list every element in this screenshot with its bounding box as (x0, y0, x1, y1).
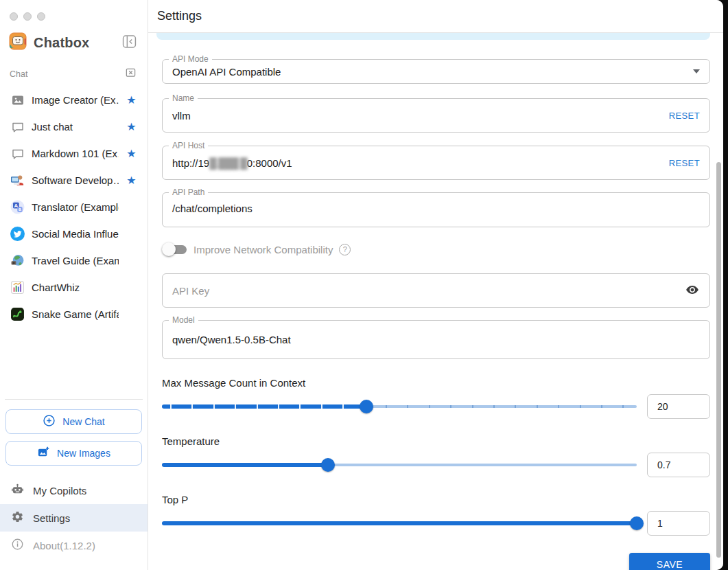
zoom-button[interactable] (37, 12, 45, 21)
menu-item-label: Settings (33, 512, 70, 524)
api-host-reset-button[interactable]: RESET (669, 158, 700, 168)
svg-text:a: a (19, 207, 21, 212)
new-chat-label: New Chat (62, 416, 104, 427)
chat-item-label: ChartWhiz (32, 282, 119, 293)
chat-item-snake-game[interactable]: Snake Game (Artifact E… (0, 301, 148, 328)
api-mode-label: API Mode (169, 54, 212, 64)
chat-item-image-creator[interactable]: Image Creator (Ex… ★ (0, 87, 148, 113)
slider-thumb[interactable] (630, 516, 644, 530)
robot-icon (11, 483, 24, 498)
chat-item-social-media-influencer[interactable]: Social Media Influencer … (0, 220, 148, 247)
chat-item-software-developer[interactable]: Software Develop… ★ (0, 167, 148, 194)
api-path-label: API Path (169, 187, 208, 197)
eye-icon (685, 282, 700, 299)
name-value: vllm (172, 110, 191, 122)
snake-icon (10, 307, 25, 321)
top-p-label: Top P (162, 494, 710, 505)
chat-item-label: Social Media Influencer … (32, 228, 119, 240)
plus-circle-icon (43, 414, 56, 429)
chevron-down-icon (693, 69, 700, 73)
app-brand: Chatbox (0, 21, 148, 53)
temperature-param: Temperature 0.7 (162, 435, 710, 477)
name-field[interactable]: Name vllm RESET (162, 98, 710, 133)
new-images-button[interactable]: New Images (5, 441, 142, 466)
window-controls (0, 0, 148, 21)
minimize-button[interactable] (23, 12, 32, 21)
chat-item-markdown-101[interactable]: Markdown 101 (Ex… ★ (0, 140, 148, 167)
api-path-field[interactable]: API Path /chat/completions (162, 192, 710, 227)
chat-item-just-chat[interactable]: Just chat ★ (0, 113, 148, 140)
api-host-label: API Host (169, 141, 208, 150)
chart-icon (10, 280, 25, 295)
new-chat-button[interactable]: New Chat (5, 409, 142, 434)
clear-chats-icon[interactable] (125, 67, 137, 81)
top-p-param: Top P 1 (162, 494, 710, 536)
chat-item-label: Markdown 101 (Ex… (32, 148, 119, 159)
network-compatibility-row: Improve Network Compatibility ? (162, 242, 710, 256)
image-plus-icon (37, 446, 50, 461)
chat-item-chartwhiz[interactable]: ChartWhiz (0, 274, 148, 301)
app-window: Chatbox Chat Image Creator (Ex… ★ Just c… (0, 0, 723, 570)
chat-item-label: Just chat (32, 121, 119, 133)
chat-section-header: Chat (0, 53, 148, 84)
chat-item-translator[interactable]: Aa Translator (Example) (0, 194, 148, 220)
star-icon: ★ (126, 175, 137, 186)
chat-item-label: Software Develop… (32, 174, 119, 186)
chat-bubble-icon (10, 146, 25, 161)
developer-icon (10, 173, 25, 187)
name-reset-button[interactable]: RESET (669, 111, 700, 121)
image-icon (10, 93, 25, 107)
sidebar-item-settings[interactable]: Settings (0, 504, 148, 532)
sidebar-item-my-copilots[interactable]: My Copilots (0, 477, 148, 504)
chat-item-travel-guide[interactable]: Travel Guide (Example) (0, 247, 148, 274)
slider-thumb[interactable] (360, 400, 373, 413)
globe-icon (10, 253, 25, 268)
show-password-button[interactable] (685, 282, 700, 299)
top-p-slider[interactable] (162, 511, 637, 536)
main-panel: Settings API Mode OpenAI API Compatible … (148, 0, 723, 570)
model-field[interactable]: Model qwen/Qwen1.5-0.5B-Chat (162, 320, 710, 359)
page-title: Settings (157, 9, 202, 23)
main-header: Settings (148, 0, 723, 33)
slider-thumb[interactable] (321, 458, 335, 472)
max-message-count-param: Max Message Count in Context 20 (162, 377, 710, 419)
menu-item-label: My Copilots (33, 485, 86, 497)
help-icon[interactable]: ? (339, 244, 351, 255)
temperature-label: Temperature (162, 435, 710, 447)
settings-form: API Mode OpenAI API Compatible Name vllm… (148, 40, 723, 570)
collapse-sidebar-icon[interactable] (122, 34, 137, 52)
model-label: Model (169, 315, 198, 325)
chat-section-label: Chat (10, 69, 27, 79)
chat-item-label: Translator (Example) (32, 201, 119, 213)
sidebar-bottom: New Chat New Images My Copilots Settings (0, 399, 148, 570)
api-key-field[interactable]: API Key (162, 273, 710, 308)
twitter-icon (10, 227, 25, 241)
close-button[interactable] (10, 12, 18, 21)
max-message-count-slider[interactable] (162, 394, 637, 419)
max-message-count-value-input[interactable]: 20 (647, 394, 710, 419)
name-label: Name (169, 93, 198, 103)
gear-icon (11, 510, 24, 525)
api-path-value: /chat/completions (172, 203, 253, 214)
info-icon (11, 538, 24, 553)
translator-icon: Aa (10, 200, 25, 214)
sidebar-menu: My Copilots Settings About(1.12.2) (0, 477, 148, 570)
new-images-label: New Images (57, 448, 110, 459)
menu-item-label: About(1.12.2) (33, 540, 95, 551)
max-message-count-label: Max Message Count in Context (162, 377, 710, 389)
star-icon: ★ (126, 122, 137, 133)
top-p-value-input[interactable]: 1 (647, 511, 710, 536)
temperature-slider[interactable] (162, 453, 637, 477)
sidebar: Chatbox Chat Image Creator (Ex… ★ Just c… (0, 0, 148, 570)
star-icon: ★ (126, 148, 137, 159)
temperature-value-input[interactable]: 0.7 (647, 453, 710, 477)
sidebar-item-about[interactable]: About(1.12.2) (0, 532, 148, 559)
network-compatibility-toggle[interactable] (162, 242, 187, 256)
save-button[interactable]: SAVE (629, 553, 710, 570)
api-host-field[interactable]: API Host http://19█.███ █0:8000/v1 RESET (162, 146, 710, 180)
api-mode-select[interactable]: API Mode OpenAI API Compatible (162, 59, 710, 84)
app-title: Chatbox (34, 35, 122, 51)
network-compatibility-label: Improve Network Compatibility (193, 244, 333, 255)
scrollbar-thumb[interactable] (716, 162, 721, 558)
info-alert-remnant (156, 33, 710, 40)
